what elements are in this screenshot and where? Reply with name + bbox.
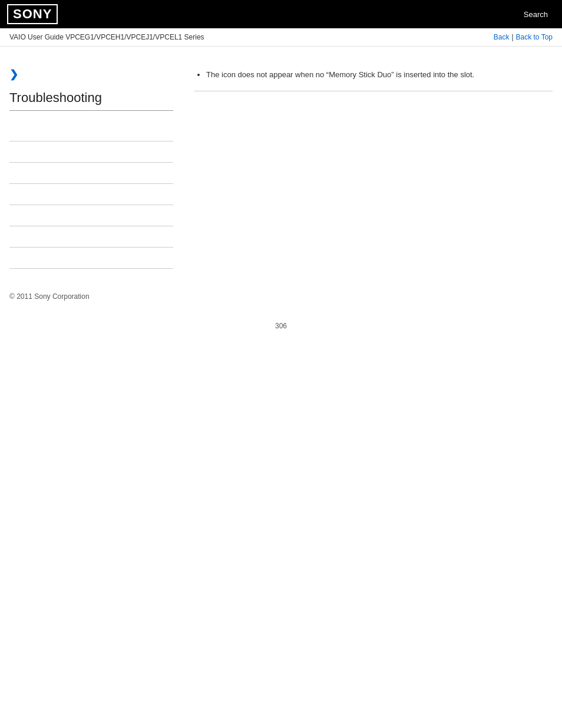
search-button[interactable]: Search bbox=[519, 8, 553, 21]
list-item bbox=[9, 184, 173, 205]
sony-logo: SONY bbox=[7, 4, 58, 24]
section-title: Troubleshooting bbox=[9, 90, 173, 111]
footer: © 2011 Sony Corporation bbox=[0, 278, 562, 310]
sidebar: ❯ Troubleshooting bbox=[0, 58, 183, 278]
page-number: 306 bbox=[0, 310, 562, 342]
list-item bbox=[9, 205, 173, 226]
sidebar-link-3[interactable] bbox=[9, 169, 11, 177]
copyright-text: © 2011 Sony Corporation bbox=[9, 292, 90, 301]
list-item: The icon does not appear when no “Memory… bbox=[206, 68, 553, 81]
header: SONY Search bbox=[0, 0, 562, 28]
content-divider bbox=[194, 91, 553, 91]
sidebar-links bbox=[9, 120, 173, 269]
sidebar-link-4[interactable] bbox=[9, 190, 11, 199]
nav-links: Back | Back to Top bbox=[494, 33, 553, 41]
chevron-icon: ❯ bbox=[9, 68, 173, 81]
sidebar-link-2[interactable] bbox=[9, 148, 11, 156]
sidebar-link-7[interactable] bbox=[9, 254, 11, 262]
list-item bbox=[9, 226, 173, 248]
list-item bbox=[9, 248, 173, 269]
back-link[interactable]: Back bbox=[494, 33, 510, 41]
content-area: The icon does not appear when no “Memory… bbox=[183, 58, 562, 278]
guide-title: VAIO User Guide VPCEG1/VPCEH1/VPCEJ1/VPC… bbox=[9, 33, 204, 41]
sidebar-link-6[interactable] bbox=[9, 233, 11, 241]
nav-separator: | bbox=[511, 33, 513, 41]
list-item bbox=[9, 163, 173, 184]
content-list: The icon does not appear when no “Memory… bbox=[194, 68, 553, 81]
list-item bbox=[9, 141, 173, 163]
sidebar-link-5[interactable] bbox=[9, 212, 11, 220]
list-item bbox=[9, 120, 173, 141]
sidebar-link-1[interactable] bbox=[9, 127, 11, 135]
main-content: ❯ Troubleshooting bbox=[0, 58, 562, 278]
back-to-top-link[interactable]: Back to Top bbox=[516, 33, 553, 41]
nav-bar: VAIO User Guide VPCEG1/VPCEH1/VPCEJ1/VPC… bbox=[0, 28, 562, 47]
